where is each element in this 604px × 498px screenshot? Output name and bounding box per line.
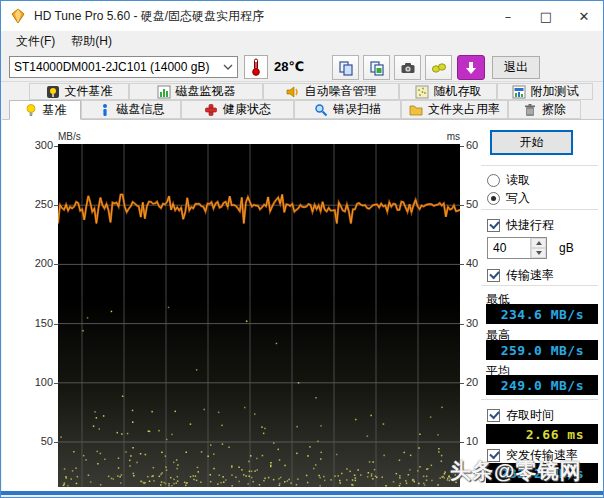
- right-axis-unit: ms: [436, 131, 460, 142]
- short-stroke-field[interactable]: 40: [487, 237, 547, 259]
- copy-to-clipboard-button[interactable]: [332, 55, 359, 80]
- access-time-checkbox[interactable]: [487, 409, 500, 422]
- app-icon: [10, 8, 26, 24]
- transfer-rate-checkbox[interactable]: [487, 269, 500, 282]
- exit-button-label: 退出: [504, 59, 528, 76]
- axis-tick-label: 50: [21, 435, 53, 447]
- tab-file-benchmark[interactable]: 文件基准: [29, 83, 129, 100]
- tab-erase[interactable]: 擦除: [508, 100, 581, 119]
- magnifier-icon: [314, 103, 328, 117]
- axis-tick-mark: [460, 205, 464, 206]
- axis-tick-label: 50: [466, 198, 490, 210]
- avg-value: 249.0 MB/s: [501, 378, 584, 393]
- radio-write-row[interactable]: 写入: [487, 190, 530, 206]
- update-check-button[interactable]: [457, 55, 485, 80]
- axis-tick-label: 30: [466, 317, 490, 329]
- axis-tick-label: 60: [466, 139, 490, 151]
- drive-select[interactable]: ST14000DM001-2JC101 (14000 gB): [9, 56, 238, 78]
- screenshot-button[interactable]: [394, 55, 421, 80]
- folder-icon: [409, 103, 423, 117]
- avg-value-display: 249.0 MB/s: [486, 375, 598, 395]
- separator: [481, 165, 598, 166]
- menu-help[interactable]: 帮助(H): [63, 31, 120, 52]
- temperature-value: 28℃: [274, 59, 304, 74]
- disk-info-icon: [98, 103, 112, 117]
- axis-tick-label: 40: [466, 257, 490, 269]
- access-time-value: 2.66 ms: [526, 427, 584, 442]
- benchmark-icon: [24, 103, 38, 117]
- copy-screenshot-button[interactable]: [363, 55, 390, 80]
- axis-tick-mark: [54, 324, 58, 325]
- spin-down-button[interactable]: [531, 248, 546, 258]
- separator: [481, 209, 598, 210]
- tab-label: 自动噪音管理: [305, 83, 377, 100]
- copy-icon: [338, 60, 354, 76]
- camera-icon: [400, 60, 416, 76]
- tab-health[interactable]: 健康状态: [181, 100, 294, 119]
- tab-folder-usage[interactable]: 文件夹占用率: [401, 100, 508, 119]
- tab-auto-acoustic[interactable]: 自动噪音管理: [263, 83, 399, 100]
- arrow-up-icon: [536, 241, 542, 245]
- axis-tick-mark: [54, 146, 58, 147]
- exit-button[interactable]: 退出: [492, 56, 540, 79]
- thermometer-icon: [251, 58, 261, 76]
- min-value-display: 234.6 MB/s: [486, 304, 598, 324]
- close-button[interactable]: ✕: [565, 1, 603, 31]
- app-window: HD Tune Pro 5.60 - 硬盘/固态硬盘实用程序 – □ ✕ 文件(…: [0, 0, 604, 498]
- temperature-button[interactable]: [244, 55, 268, 79]
- tab-random-access[interactable]: 随机存取: [399, 83, 497, 100]
- minimize-button[interactable]: –: [489, 1, 527, 31]
- tab-disk-info[interactable]: 磁盘信息: [81, 100, 181, 119]
- tab-label: 磁盘监视器: [176, 83, 236, 100]
- download-arrow-icon: [465, 61, 477, 75]
- file-benchmark-icon: [46, 85, 60, 99]
- short-stroke-checkbox[interactable]: [487, 219, 500, 232]
- drive-select-value: ST14000DM001-2JC101 (14000 gB): [14, 60, 209, 74]
- transfer-rate-row[interactable]: 传输速率: [487, 267, 554, 283]
- maximize-button[interactable]: □: [527, 1, 565, 31]
- menu-file[interactable]: 文件(F): [8, 31, 63, 52]
- window-title: HD Tune Pro 5.60 - 硬盘/固态硬盘实用程序: [34, 8, 264, 25]
- access-time-row[interactable]: 存取时间: [487, 407, 554, 423]
- min-value: 234.6 MB/s: [501, 307, 584, 322]
- tab-benchmark[interactable]: 基准: [9, 100, 81, 120]
- radio-write-label: 写入: [506, 190, 530, 207]
- axis-tick-mark: [460, 383, 464, 384]
- axis-tick-label: 20: [466, 376, 490, 388]
- axis-tick-mark: [54, 383, 58, 384]
- axis-tick-label: 150: [21, 317, 53, 329]
- tab-label: 健康状态: [223, 101, 271, 118]
- benchmark-plot: [58, 144, 460, 487]
- transfer-rate-label: 传输速率: [506, 267, 554, 284]
- binoculars-icon: [431, 60, 447, 76]
- trash-icon: [523, 103, 537, 117]
- radio-read-row[interactable]: 读取: [487, 172, 530, 188]
- axis-tick-label: 200: [21, 257, 53, 269]
- disk-monitor-icon: [157, 85, 171, 99]
- tab-extra-tests[interactable]: 附加测试: [497, 83, 593, 100]
- tab-label: 附加测试: [531, 83, 579, 100]
- chevron-down-icon: [223, 64, 233, 70]
- axis-tick-mark: [460, 264, 464, 265]
- axis-tick-mark: [460, 146, 464, 147]
- radio-read-label: 读取: [506, 172, 530, 189]
- start-button[interactable]: 开始: [490, 130, 573, 155]
- health-cross-icon: [204, 103, 218, 117]
- axis-tick-mark: [54, 442, 58, 443]
- short-stroke-row[interactable]: 快捷行程: [487, 217, 554, 233]
- start-button-label: 开始: [520, 134, 544, 151]
- tab-error-scan[interactable]: 错误扫描: [294, 100, 401, 119]
- tab-label: 错误扫描: [333, 101, 381, 118]
- short-stroke-value[interactable]: 40: [488, 238, 530, 258]
- radio-read[interactable]: [487, 174, 500, 187]
- axis-tick-mark: [460, 442, 464, 443]
- axis-tick-mark: [54, 205, 58, 206]
- favorites-button[interactable]: [425, 55, 452, 80]
- tab-label: 随机存取: [434, 83, 482, 100]
- axis-tick-mark: [460, 324, 464, 325]
- toolbar: ST14000DM001-2JC101 (14000 gB) 28℃: [1, 52, 603, 81]
- left-axis-unit: MB/s: [58, 131, 81, 142]
- title-bar: HD Tune Pro 5.60 - 硬盘/固态硬盘实用程序 – □ ✕: [1, 1, 603, 31]
- tab-disk-monitor[interactable]: 磁盘监视器: [129, 83, 263, 100]
- spin-up-button[interactable]: [531, 238, 546, 248]
